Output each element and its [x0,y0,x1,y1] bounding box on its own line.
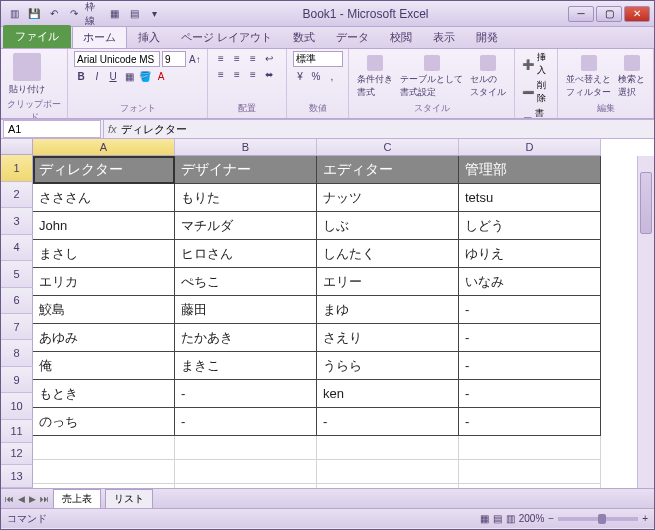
data-cell[interactable]: あゆみ [33,324,175,352]
view-layout-icon[interactable]: ▤ [493,513,502,524]
minimize-button[interactable]: ─ [568,6,594,22]
border-icon[interactable]: ▦ [122,69,136,83]
merge-icon[interactable]: ⬌ [262,67,276,81]
column-header[interactable]: A [33,139,175,156]
data-cell[interactable]: たかあき [175,324,317,352]
align-top-icon[interactable]: ≡ [214,51,228,65]
data-cell[interactable]: しんたく [317,240,459,268]
font-size-input[interactable] [162,51,186,67]
empty-cell[interactable] [317,484,459,488]
empty-cell[interactable] [175,484,317,488]
data-cell[interactable]: 藤田 [175,296,317,324]
font-color-icon[interactable]: A [154,69,168,83]
percent-icon[interactable]: % [309,69,323,83]
data-cell[interactable]: しどう [459,212,601,240]
row-header[interactable]: 2 [1,182,33,208]
row-header[interactable]: 7 [1,314,33,340]
redo-icon[interactable]: ↷ [65,5,83,23]
data-cell[interactable]: マチルダ [175,212,317,240]
tab-nav-first-icon[interactable]: ⏮ [5,494,14,504]
zoom-out-icon[interactable]: − [548,513,554,524]
wrap-icon[interactable]: ↩ [262,51,276,65]
tab-formulas[interactable]: 数式 [283,27,325,48]
row-header[interactable]: 13 [1,465,33,488]
fx-icon[interactable]: fx [108,123,117,135]
name-box[interactable]: A1 [3,120,101,138]
excel-icon[interactable]: ▥ [5,5,23,23]
data-cell[interactable]: まきこ [175,352,317,380]
row-header[interactable]: 11 [1,420,33,443]
row-header[interactable]: 1 [1,155,33,181]
empty-cell[interactable] [33,460,175,484]
number-format-input[interactable] [293,51,343,67]
column-header[interactable]: B [175,139,317,156]
align-center-icon[interactable]: ≡ [230,67,244,81]
data-cell[interactable]: - [317,408,459,436]
row-header[interactable]: 4 [1,235,33,261]
column-header[interactable]: D [459,139,601,156]
data-cell[interactable]: もとき [33,380,175,408]
row-header[interactable]: 9 [1,367,33,393]
data-cell[interactable]: ゆりえ [459,240,601,268]
zoom-slider[interactable] [558,517,638,521]
data-cell[interactable]: エリカ [33,268,175,296]
italic-icon[interactable]: I [90,69,104,83]
empty-cell[interactable] [317,436,459,460]
data-cell[interactable]: - [459,352,601,380]
data-cell[interactable]: エリー [317,268,459,296]
data-cell[interactable]: さささん [33,184,175,212]
tab-nav-next-icon[interactable]: ▶ [29,494,36,504]
header-cell[interactable]: ディレクター [33,156,175,184]
undo-icon[interactable]: ↶ [45,5,63,23]
data-cell[interactable]: のっち [33,408,175,436]
view-normal-icon[interactable]: ▦ [480,513,489,524]
cell-styles-button[interactable]: セルの スタイル [468,53,508,101]
data-cell[interactable]: ヒロさん [175,240,317,268]
qat-grid2-icon[interactable]: ▤ [125,5,143,23]
tab-review[interactable]: 校閲 [380,27,422,48]
tab-pagelayout[interactable]: ページ レイアウト [171,27,282,48]
sheet-tab-other[interactable]: リスト [105,489,153,508]
data-cell[interactable]: いなみ [459,268,601,296]
row-header[interactable]: 5 [1,261,33,287]
delete-cells-icon[interactable]: ➖ [521,85,535,99]
data-cell[interactable]: うらら [317,352,459,380]
comma-icon[interactable]: , [325,69,339,83]
empty-cell[interactable] [175,460,317,484]
empty-cell[interactable] [33,436,175,460]
tab-insert[interactable]: 挿入 [128,27,170,48]
qat-grid-icon[interactable]: ▦ [105,5,123,23]
paste-button[interactable]: 貼り付け [7,51,47,98]
font-name-input[interactable] [74,51,160,67]
currency-icon[interactable]: ¥ [293,69,307,83]
data-cell[interactable]: - [175,408,317,436]
data-cell[interactable]: 鮫島 [33,296,175,324]
tab-file[interactable]: ファイル [3,25,71,48]
bold-icon[interactable]: B [74,69,88,83]
data-cell[interactable]: ken [317,380,459,408]
format-table-button[interactable]: テーブルとして 書式設定 [398,53,465,101]
sort-filter-button[interactable]: 並べ替えと フィルター [564,53,613,101]
tab-nav-prev-icon[interactable]: ◀ [18,494,25,504]
vertical-scrollbar[interactable] [637,156,654,488]
qat-borders-label[interactable]: 枠線 [85,5,103,23]
align-mid-icon[interactable]: ≡ [230,51,244,65]
empty-cell[interactable] [459,460,601,484]
data-cell[interactable]: - [459,296,601,324]
save-icon[interactable]: 💾 [25,5,43,23]
empty-cell[interactable] [175,436,317,460]
data-cell[interactable]: - [175,380,317,408]
data-cell[interactable]: さえり [317,324,459,352]
tab-nav-last-icon[interactable]: ⏭ [40,494,49,504]
header-cell[interactable]: 管理部 [459,156,601,184]
row-header[interactable]: 10 [1,393,33,419]
view-pagebreak-icon[interactable]: ▥ [506,513,515,524]
align-left-icon[interactable]: ≡ [214,67,228,81]
data-cell[interactable]: - [459,408,601,436]
underline-icon[interactable]: U [106,69,120,83]
data-cell[interactable]: ナッツ [317,184,459,212]
grid-area[interactable]: ABCD ディレクターデザイナーエディター管理部さささんもりたナッツtetsuJ… [33,139,654,488]
zoom-in-icon[interactable]: + [642,513,648,524]
empty-cell[interactable] [317,460,459,484]
qat-more-icon[interactable]: ▾ [145,5,163,23]
